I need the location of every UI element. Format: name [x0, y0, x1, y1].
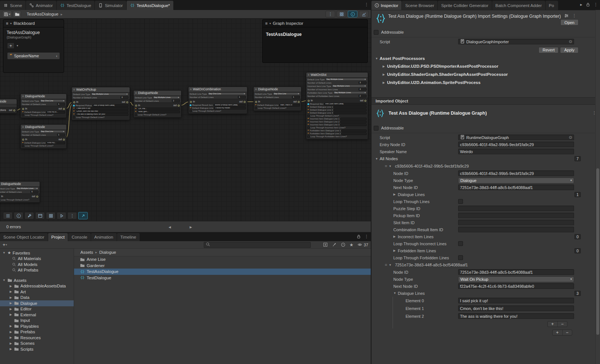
- inspector-scrollbar[interactable]: [595, 10, 600, 364]
- chevright-icon[interactable]: ▸: [580, 2, 582, 7]
- foldout-row-forbidden-item-lines[interactable]: ▶Forbidden Item Lines0: [371, 247, 600, 254]
- apply-button[interactable]: Apply: [560, 47, 579, 53]
- prev-error-button[interactable]: ◂: [169, 224, 171, 230]
- in-port[interactable]: [308, 100, 310, 102]
- text-field[interactable]: [458, 220, 574, 225]
- tree-item-all-materials[interactable]: All Materials: [0, 256, 74, 262]
- dialogue-line-field[interactable]: [334, 112, 367, 114]
- speaker-name-field[interactable]: Weirdo: [458, 149, 574, 154]
- addressable-checkbox[interactable]: [374, 30, 379, 35]
- create-asset-button[interactable]: + ▾: [3, 242, 7, 247]
- dropdown-field[interactable]: Say Multiple Lines▾: [326, 78, 367, 81]
- dialogue-line-field[interactable]: [334, 106, 367, 108]
- save-button[interactable]: ▾: [2, 11, 12, 17]
- text-field[interactable]: f22a475e-4c2f-41c6-9b73-6a83498abfe0: [458, 283, 574, 289]
- out-port[interactable]: [126, 101, 128, 103]
- dropdown-field[interactable]: Dialogue▾: [458, 178, 574, 183]
- graph-node-header[interactable]: ≡DialogueNode: [254, 87, 301, 92]
- breadcrumb-segment[interactable]: Dialogue: [99, 250, 116, 255]
- object-field[interactable]: Weird (Pickup Item Data): [214, 104, 246, 107]
- tree-item-all-prefabs[interactable]: All Prefabs: [0, 267, 74, 273]
- file-item-gardener[interactable]: Gardener: [74, 263, 371, 269]
- graph-node-header[interactable]: ≡DialogueNode: [21, 125, 66, 130]
- tree-item-playables[interactable]: ▶Playables: [0, 323, 74, 329]
- in-port[interactable]: [255, 101, 257, 103]
- out-port[interactable]: [13, 109, 15, 111]
- presets-icon[interactable]: [564, 13, 569, 19]
- tab-batch-component-adder[interactable]: Batch Component Adder: [492, 1, 545, 10]
- number-field[interactable]: 2: [359, 95, 367, 97]
- checkbox[interactable]: [307, 135, 310, 138]
- in-port[interactable]: [22, 139, 24, 141]
- checkbox[interactable]: [458, 255, 463, 260]
- tab-po[interactable]: Po: [546, 1, 558, 10]
- lock-icon[interactable]: [586, 2, 590, 7]
- scrollbar-thumb[interactable]: [596, 168, 599, 335]
- out-port[interactable]: [36, 196, 38, 198]
- kebab-icon[interactable]: ⋮: [594, 2, 598, 7]
- graph-node-header[interactable]: ≡DialogueNode: [134, 91, 181, 96]
- element-field[interactable]: The ass is waiting there for you!: [458, 313, 574, 319]
- graph-node-header[interactable]: ≡DialogueNode: [0, 182, 40, 187]
- tree-item-addressableassetsdata[interactable]: ▶AddressableAssetsData: [0, 283, 74, 289]
- dialogue-line-field[interactable]: Oh, tha...: [137, 108, 180, 110]
- graph-node-dialoguenode-4[interactable]: ≡DialogueNodeDefault Line TypeSay Multip…: [133, 90, 181, 118]
- info-tool-button[interactable]: i: [14, 212, 23, 219]
- graph-canvas[interactable]: ≡StartNodeAll Connectionsout≡DialogueNod…: [0, 18, 371, 221]
- tree-item-external[interactable]: ▶External: [0, 312, 74, 318]
- dropdown-field[interactable]: Say Multiple Lines▾: [91, 93, 129, 95]
- graph-node-waitonslot-7[interactable]: ≡WaitOnSlotDefault Line TypeSay Multiple…: [306, 72, 368, 139]
- dialogue-line-field[interactable]: Find my a...: [46, 111, 65, 114]
- postprocessor-unityeditor-shadergraph-shadergraphassetpostprocessor[interactable]: ▶UnityEditor.ShaderGraph.ShaderGraphAsse…: [371, 70, 600, 78]
- tab-scene[interactable]: Scene: [0, 1, 26, 10]
- out-port[interactable]: [244, 101, 246, 103]
- node-group-header[interactable]: =▼7251e73e-38d3-44ff-a8c5-bcf54088aaf1: [371, 261, 600, 269]
- tab-console[interactable]: Console: [68, 233, 90, 241]
- graph-node-header[interactable]: ≡StartNode: [0, 99, 17, 104]
- checkbox[interactable]: [22, 145, 24, 147]
- graph-node-header[interactable]: ≡WaitOnCombination: [189, 87, 247, 92]
- all-nodes-count-field[interactable]: 7: [574, 156, 581, 161]
- revert-button[interactable]: Revert: [539, 47, 559, 53]
- dialogue-line-field[interactable]: [340, 124, 367, 126]
- next-error-button[interactable]: ▸: [190, 224, 192, 230]
- graph-node-dialoguenode-6[interactable]: ≡DialogueNodeDefault Line TypeSay One Li…: [253, 87, 301, 111]
- tree-item-prefabs[interactable]: ▶Prefabs: [0, 329, 74, 335]
- tab-testassdialogue[interactable]: TestAssDialogue*: [127, 1, 173, 10]
- all-nodes-foldout[interactable]: ▼ All Nodes 7: [371, 155, 600, 162]
- panel-tool-button[interactable]: [35, 212, 45, 219]
- checkbox[interactable]: [190, 110, 192, 112]
- lock-icon[interactable]: [356, 234, 361, 239]
- tab-testdialogue[interactable]: TestDialogue: [57, 1, 94, 10]
- number-field[interactable]: 1: [57, 103, 65, 105]
- node-group-header[interactable]: =▼c93b5606-401f-49a2-99b5-9ecbf1fa9c29: [371, 162, 600, 170]
- link-tool-button[interactable]: [78, 212, 88, 219]
- tree-item-resources[interactable]: ▶Resources: [0, 335, 74, 341]
- tab-timeline[interactable]: Timeline: [117, 233, 140, 241]
- number-field[interactable]: 3: [359, 88, 367, 91]
- wrench-tool-button[interactable]: [24, 212, 34, 219]
- checkbox[interactable]: [458, 241, 463, 246]
- tab-simulator[interactable]: Simulator: [95, 1, 126, 10]
- dialogue-line-field[interactable]: Cmon, don't be like this!: [76, 110, 129, 113]
- tree-item-favorites[interactable]: ▼★Favorites: [0, 250, 74, 256]
- checkbox[interactable]: [73, 116, 75, 118]
- dialogue-line-field[interactable]: I said pick it up!: [76, 107, 129, 110]
- addressable-checkbox[interactable]: [374, 126, 379, 131]
- number-field[interactable]: 1: [238, 96, 246, 98]
- foldout-row-dialogue-lines[interactable]: ▶Dialogue Lines1: [371, 191, 600, 198]
- folder-button[interactable]: [13, 11, 21, 17]
- tab-animator[interactable]: Animator: [26, 1, 56, 10]
- file-item-anne-lise[interactable]: Anne Lise: [74, 256, 371, 263]
- add-element-button[interactable]: +: [548, 321, 558, 327]
- tab-scene-object-locator[interactable]: Scene Object Locator: [0, 233, 48, 241]
- dropdown-field[interactable]: Say Multiple Lines▾: [153, 96, 180, 99]
- blackboard-property-speakername[interactable]: “SpeakerName‹: [7, 52, 60, 60]
- number-field[interactable]: 1: [292, 96, 300, 98]
- dropdown-field[interactable]: Say Multiple Lines▾: [16, 187, 39, 190]
- play-tool-button[interactable]: [57, 212, 66, 219]
- kebab-icon[interactable]: ⋮: [364, 234, 369, 239]
- tab-animation[interactable]: Animation: [91, 233, 117, 241]
- tree-item-input[interactable]: Input: [0, 318, 74, 324]
- out-port[interactable]: [63, 139, 65, 141]
